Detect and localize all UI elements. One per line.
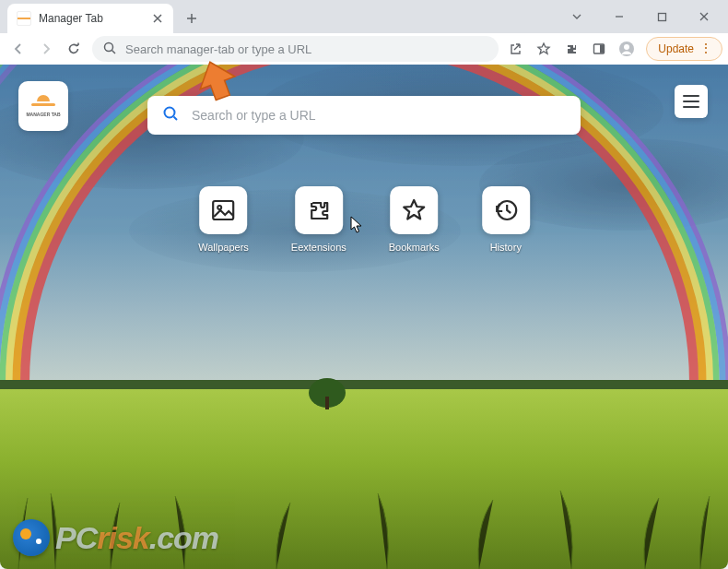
- page-search-bar[interactable]: [147, 96, 581, 135]
- wallpaper-background: [0, 65, 728, 569]
- history-icon: [482, 186, 530, 234]
- search-input[interactable]: [192, 108, 566, 123]
- maximize-button[interactable]: [641, 6, 682, 28]
- launcher-item-wallpapers[interactable]: Wallpapers: [198, 186, 249, 253]
- hamburger-icon: [683, 95, 699, 97]
- star-icon: [390, 186, 438, 234]
- window-menu-button[interactable]: [557, 6, 597, 28]
- launcher-label: Bookmarks: [389, 242, 440, 253]
- forward-button[interactable]: [33, 36, 59, 62]
- svg-rect-0: [658, 13, 665, 20]
- page-content: MANAGER TAB Wallpapers Eextensions: [0, 65, 728, 569]
- close-tab-button[interactable]: [151, 12, 164, 25]
- watermark: PCrisk.com: [13, 519, 218, 556]
- window-controls: [557, 6, 724, 28]
- svg-rect-14: [325, 397, 329, 409]
- tab-title: Manager Tab: [39, 12, 103, 25]
- watermark-logo-icon: [13, 519, 50, 556]
- svg-point-1: [105, 42, 113, 51]
- menu-dots-icon[interactable]: ⋮: [699, 44, 712, 53]
- launcher-label: Eextensions: [291, 242, 346, 253]
- svg-point-15: [165, 108, 175, 118]
- browser-chrome: Manager Tab: [0, 0, 728, 65]
- menu-button[interactable]: [675, 85, 708, 118]
- extensions-puzzle-icon[interactable]: [559, 37, 583, 61]
- svg-rect-3: [600, 45, 604, 53]
- omnibox[interactable]: Search manager-tab or type a URL: [92, 36, 499, 62]
- launcher-item-bookmarks[interactable]: Bookmarks: [389, 186, 440, 253]
- logo-icon: [31, 95, 55, 110]
- search-icon: [103, 41, 116, 57]
- back-button[interactable]: [6, 36, 31, 62]
- bookmark-star-icon[interactable]: [532, 37, 556, 61]
- svg-rect-16: [214, 201, 234, 219]
- active-tab[interactable]: Manager Tab: [7, 4, 173, 33]
- image-icon: [200, 186, 248, 234]
- close-window-button[interactable]: [684, 6, 724, 28]
- tab-favicon-icon: [17, 11, 31, 26]
- toolbar: Search manager-tab or type a URL Update …: [0, 33, 728, 65]
- svg-point-17: [218, 206, 222, 209]
- launcher-item-extensions[interactable]: Eextensions: [291, 186, 346, 253]
- profile-avatar-icon[interactable]: [615, 37, 639, 61]
- update-label: Update: [658, 42, 694, 55]
- update-button[interactable]: Update ⋮: [646, 37, 722, 61]
- launcher-label: Wallpapers: [198, 242, 249, 253]
- logo-text: MANAGER TAB: [26, 112, 60, 117]
- toolbar-right: Update ⋮: [504, 37, 722, 61]
- minimize-button[interactable]: [599, 6, 640, 28]
- puzzle-icon: [295, 186, 343, 234]
- titlebar: Manager Tab: [0, 0, 728, 33]
- extension-logo[interactable]: MANAGER TAB: [18, 81, 68, 131]
- launcher-row: Wallpapers Eextensions Bookmarks History: [198, 186, 530, 253]
- new-tab-button[interactable]: [179, 6, 205, 31]
- svg-point-5: [624, 44, 629, 50]
- search-icon: [162, 105, 179, 125]
- watermark-text: PCrisk.com: [55, 520, 218, 556]
- launcher-label: History: [490, 242, 522, 253]
- launcher-item-history[interactable]: History: [482, 186, 530, 253]
- omnibox-placeholder: Search manager-tab or type a URL: [125, 42, 311, 56]
- reload-button[interactable]: [61, 36, 87, 62]
- share-icon[interactable]: [504, 37, 528, 61]
- side-panel-icon[interactable]: [587, 37, 611, 61]
